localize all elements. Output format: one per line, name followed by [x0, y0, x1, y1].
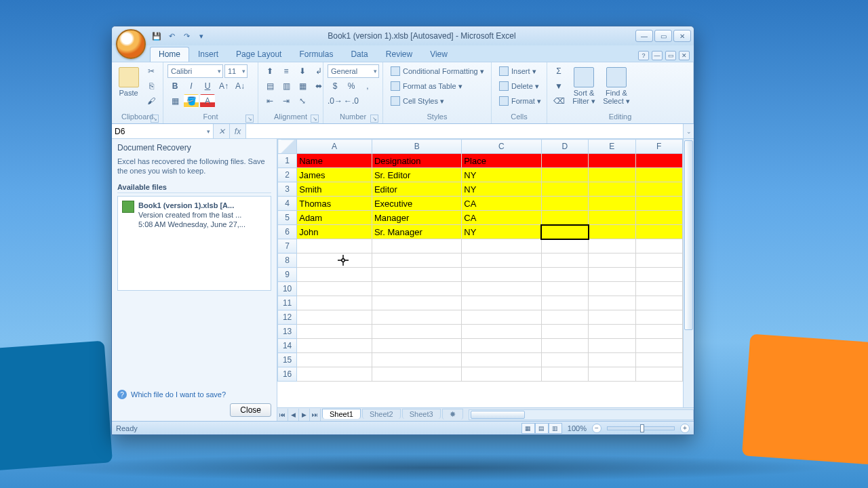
cell[interactable]	[541, 182, 588, 197]
font-color-icon[interactable]: A	[200, 94, 215, 108]
col-header-e[interactable]: E	[589, 140, 635, 154]
horizontal-scrollbar[interactable]	[469, 409, 694, 420]
format-cells-button[interactable]: Format ▾	[496, 94, 545, 108]
zoom-slider[interactable]	[607, 426, 675, 430]
spreadsheet-grid[interactable]: A B C D E F 1NameDesignationPlace2JamesS…	[277, 139, 694, 407]
close-button[interactable]: ✕	[673, 30, 691, 42]
format-as-table-button[interactable]: Format as Table ▾	[387, 79, 488, 93]
workbook-close-button[interactable]: ✕	[679, 51, 690, 60]
cell[interactable]	[635, 282, 683, 296]
align-left-icon[interactable]: ▤	[262, 79, 277, 93]
select-all-corner[interactable]	[278, 140, 297, 154]
cell[interactable]	[372, 253, 461, 268]
tab-review[interactable]: Review	[377, 47, 421, 62]
cell[interactable]	[589, 282, 635, 296]
cut-icon[interactable]: ✂	[144, 64, 159, 78]
tab-view[interactable]: View	[421, 47, 456, 62]
cell[interactable]: Place	[462, 154, 541, 168]
cell[interactable]	[541, 310, 588, 325]
row-header[interactable]: 4	[278, 197, 297, 211]
align-middle-icon[interactable]: ≡	[279, 64, 294, 78]
cell[interactable]	[635, 296, 683, 310]
cell[interactable]	[462, 353, 541, 367]
grow-font-icon[interactable]: A↑	[216, 79, 231, 93]
cell[interactable]	[541, 325, 588, 339]
cell[interactable]	[635, 253, 683, 268]
tab-page-layout[interactable]: Page Layout	[227, 47, 290, 62]
clipboard-dialog-icon[interactable]: ↘	[151, 115, 159, 123]
insert-sheet-icon[interactable]: ✸	[442, 409, 463, 420]
increase-decimal-icon[interactable]: .0→	[328, 94, 342, 108]
fx-icon[interactable]: fx	[230, 124, 246, 138]
undo-icon[interactable]: ↶	[165, 29, 178, 43]
cell[interactable]	[635, 268, 683, 282]
cell[interactable]	[462, 339, 541, 353]
cell[interactable]	[589, 197, 635, 211]
format-painter-icon[interactable]: 🖌	[144, 94, 159, 108]
cell[interactable]	[297, 282, 372, 296]
cell[interactable]: Name	[297, 154, 372, 168]
cell[interactable]	[541, 197, 588, 211]
cell[interactable]	[589, 353, 635, 367]
row-header[interactable]: 10	[278, 282, 297, 296]
col-header-a[interactable]: A	[297, 140, 372, 154]
row-header[interactable]: 8	[278, 253, 297, 268]
cell[interactable]	[589, 253, 635, 268]
row-header[interactable]: 7	[278, 239, 297, 253]
row-header[interactable]: 11	[278, 296, 297, 310]
help-icon[interactable]: ?	[638, 51, 649, 60]
delete-cells-button[interactable]: Delete ▾	[496, 79, 545, 93]
maximize-button[interactable]: ▭	[654, 30, 672, 42]
cell[interactable]	[589, 154, 635, 168]
cell[interactable]: Executive	[372, 197, 461, 211]
cell[interactable]	[297, 268, 372, 282]
cell[interactable]	[462, 253, 541, 268]
name-box[interactable]: D6	[112, 124, 214, 138]
cell[interactable]	[372, 353, 461, 367]
cell[interactable]	[297, 325, 372, 339]
cell[interactable]	[297, 296, 372, 310]
sheet-nav-prev-icon[interactable]: ◀	[288, 409, 299, 421]
cell[interactable]	[589, 296, 635, 310]
comma-icon[interactable]: ,	[360, 79, 375, 93]
cell[interactable]: Adam	[297, 211, 372, 225]
cell[interactable]	[372, 282, 461, 296]
cell[interactable]	[541, 296, 588, 310]
cell[interactable]	[635, 225, 683, 239]
row-header[interactable]: 15	[278, 353, 297, 367]
percent-icon[interactable]: %	[344, 79, 359, 93]
col-header-c[interactable]: C	[462, 140, 541, 154]
cell[interactable]	[589, 310, 635, 325]
cell[interactable]	[589, 367, 635, 382]
cell[interactable]	[635, 211, 683, 225]
tab-data[interactable]: Data	[342, 47, 376, 62]
cell[interactable]: Thomas	[297, 197, 372, 211]
bold-button[interactable]: B	[167, 79, 182, 93]
recovered-file-item[interactable]: Book1 (version 1).xlsb [A... Version cre…	[121, 199, 268, 231]
number-format-combo[interactable]: General	[328, 64, 379, 78]
sheet-nav-next-icon[interactable]: ▶	[299, 409, 310, 421]
sheet-nav-last-icon[interactable]: ⏭	[310, 409, 321, 421]
cell[interactable]	[541, 225, 588, 239]
font-name-combo[interactable]: Calibri	[167, 64, 223, 78]
underline-button[interactable]: U	[200, 79, 215, 93]
cell[interactable]	[635, 168, 683, 182]
office-button[interactable]	[116, 29, 146, 59]
sort-filter-button[interactable]: Sort & Filter ▾	[569, 64, 599, 105]
workbook-restore-button[interactable]: ▭	[665, 51, 676, 60]
cell[interactable]: NY	[462, 182, 541, 197]
autosum-icon[interactable]: Σ	[551, 64, 566, 78]
font-size-combo[interactable]: 11	[224, 64, 248, 78]
cell[interactable]	[541, 253, 588, 268]
recovery-help-link[interactable]: ? Which file do I want to save?	[117, 390, 271, 399]
row-header[interactable]: 9	[278, 268, 297, 282]
fill-color-icon[interactable]: 🪣	[184, 94, 199, 108]
recovery-close-button[interactable]: Close	[230, 403, 271, 417]
row-header[interactable]: 14	[278, 339, 297, 353]
cell[interactable]	[372, 268, 461, 282]
align-center-icon[interactable]: ▥	[279, 79, 294, 93]
zoom-out-button[interactable]: −	[592, 424, 601, 433]
fill-icon[interactable]: ▼	[551, 79, 566, 93]
cell[interactable]	[541, 367, 588, 382]
cell[interactable]: CA	[462, 197, 541, 211]
